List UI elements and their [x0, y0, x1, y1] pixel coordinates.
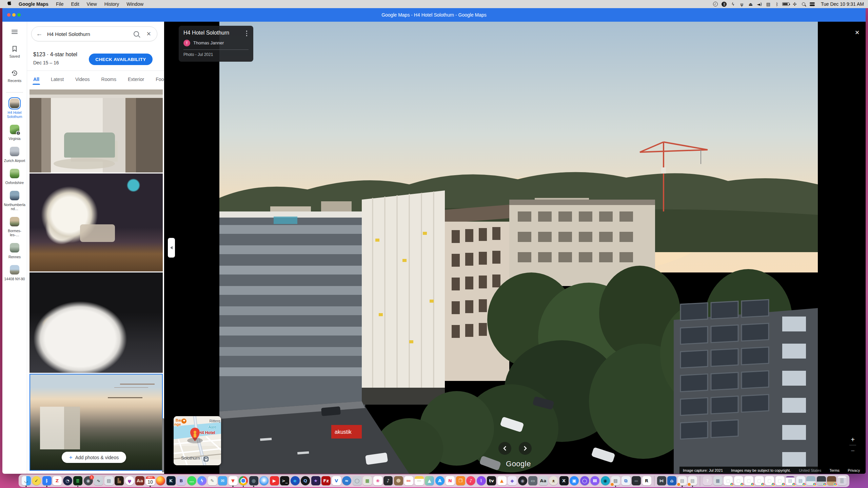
dock-icon-purple-doc-app[interactable]: ◆	[508, 476, 517, 486]
dock-icon-audio-waves-app[interactable]: Ⅲ	[590, 476, 600, 486]
dock-icon-printer-scan-app[interactable]: ▤	[611, 476, 620, 486]
dock-icon-chrome-document-6[interactable]: ▢	[775, 476, 785, 486]
dock-icon-minimized-window-2[interactable]	[816, 476, 826, 486]
dock-icon-edge-browser[interactable]: e	[290, 476, 300, 486]
collapse-panel-handle[interactable]	[168, 238, 175, 258]
dock-icon-messages-app[interactable]: …	[187, 476, 196, 486]
volume-icon[interactable]: ◄)	[755, 1, 764, 7]
dock-icon-bbedit-app[interactable]: B	[177, 476, 186, 486]
dock-icon-trash[interactable]: ▒	[837, 476, 847, 486]
dock-icon-mail-app[interactable]: ✉	[218, 476, 228, 486]
dock-icon-copier-app[interactable]: ⧉	[621, 476, 631, 486]
dock-icon-v-writer-app[interactable]: V	[332, 476, 341, 486]
dock-icon-printer-hp2-app[interactable]: ▤	[688, 476, 697, 486]
recent-place-h4-hotel-solothurn[interactable]: H4 Hotel Solothurn	[3, 99, 26, 119]
minimize-window-button[interactable]	[12, 13, 16, 17]
photo-author-row[interactable]: T Thomas Janner	[183, 40, 249, 46]
dock-icon-dictionary-app[interactable]: Aa	[135, 476, 145, 486]
back-arrow-icon[interactable]: ←	[32, 30, 47, 38]
dock-icon-star-app[interactable]: ★	[311, 476, 320, 486]
close-viewer-button[interactable]: ✕	[853, 28, 862, 37]
dock-icon-app-store[interactable]: A	[435, 476, 445, 486]
dock-icon-audio-eq-app[interactable]: ≣	[73, 476, 83, 486]
recent-place-14408-ny-90[interactable]: 14408 NY-90	[3, 265, 26, 281]
menu-history[interactable]: History	[101, 1, 123, 7]
tab-food[interactable]: Food	[156, 73, 164, 85]
close-window-button[interactable]	[7, 13, 11, 17]
dock-icon-video-frog-app[interactable]: ▦	[363, 476, 372, 486]
zoom-out-button[interactable]: −	[851, 447, 855, 454]
dock-icon-quicktime-app[interactable]: Q	[301, 476, 310, 486]
dock-icon-zinio-app[interactable]: Z	[53, 476, 62, 486]
dock-icon-antivirus-check-app[interactable]: ✓	[32, 476, 41, 486]
dock-icon-speedtest-gauge-app[interactable]: ◔	[63, 476, 72, 486]
dock-icon-x11-app[interactable]: X	[559, 476, 569, 486]
dock-icon-stethoscope-app[interactable]: ∿	[94, 476, 103, 486]
pegman-marker[interactable]	[190, 428, 200, 441]
sidebar-item-saved[interactable]: Saved	[9, 45, 20, 58]
more-options-icon[interactable]	[245, 30, 249, 37]
minimap[interactable]: Bar nge Ritterq Aare H4 Hotel Solothurn	[174, 416, 221, 465]
eject-icon[interactable]: ⏏	[746, 1, 755, 7]
photo-thumbnail-room[interactable]	[29, 89, 163, 172]
dock-icon-webcam-app[interactable]: ◉	[600, 476, 610, 486]
dock-icon-minimized-window-1[interactable]	[806, 476, 816, 486]
dock-icon-news-app[interactable]: N	[446, 476, 455, 486]
menu-edit[interactable]: Edit	[67, 1, 83, 7]
menu-file[interactable]: File	[52, 1, 67, 7]
dock-icon-chrome-document-2[interactable]: ▢	[734, 476, 743, 486]
tab-rooms[interactable]: Rooms	[101, 73, 116, 85]
dock-icon-vlc-app[interactable]: ▲	[497, 476, 507, 486]
date-range[interactable]: Dec 15 – 16	[33, 60, 77, 65]
dock-icon-dial-knob-app[interactable]: ◉1	[83, 476, 93, 486]
audio-levels-icon[interactable]: |||	[720, 1, 729, 7]
next-photo-button[interactable]	[519, 442, 532, 455]
dock-icon-missing-app[interactable]: ?	[703, 476, 712, 486]
dock-icon-keychain-app[interactable]: ⋈	[657, 476, 666, 486]
dock-icon-textedit-app[interactable]: ✎	[208, 476, 217, 486]
tab-exterior[interactable]: Exterior	[128, 73, 144, 85]
main-photo[interactable]: akustik	[219, 22, 818, 474]
battery-icon[interactable]	[782, 1, 790, 7]
dock-icon-preview-app[interactable]: ◎	[249, 476, 258, 486]
dock-icon-gray-window-app[interactable]: ▭	[528, 476, 538, 486]
search-input[interactable]: H4 Hotel Solothurn	[47, 31, 134, 37]
dock-icon-books-app[interactable]: ❐	[456, 476, 465, 486]
dock-icon-filezilla-app[interactable]: Fz	[321, 476, 331, 486]
menu-view[interactable]: View	[83, 1, 101, 7]
photo-thumbnail-food[interactable]	[29, 272, 163, 373]
recent-place-northumberland-[interactable]: Northumberland…	[3, 191, 26, 211]
train-station-icon[interactable]	[203, 456, 209, 462]
dock-icon-sheet-grid-document[interactable]: ▤	[796, 476, 805, 486]
dock-icon-gimp-app[interactable]: ᴥ	[549, 476, 558, 486]
dock-icon-minimized-window-3[interactable]	[827, 476, 836, 486]
circled-check-icon[interactable]: ✓	[711, 1, 720, 7]
dock-icon-notes-app[interactable]: —	[414, 476, 424, 486]
dock-icon-google-maps-app[interactable]: ▼	[228, 476, 238, 486]
dock-icon-piano-app[interactable]: ♪	[383, 476, 393, 486]
dock-icon-font-book-app[interactable]: Aa	[538, 476, 548, 486]
dock-icon-chrome-document-1[interactable]: ▢	[724, 476, 733, 486]
tab-videos[interactable]: Videos	[75, 73, 90, 85]
footer-link-terms[interactable]: Terms	[829, 468, 840, 472]
menu-bar-clock[interactable]: Tue Dec 10 9:31 AM	[818, 1, 864, 7]
sidebar-item-recents[interactable]: Recents	[8, 70, 21, 83]
dock-icon-finder[interactable]: ◡	[21, 476, 31, 486]
dock-icon-printer-hp1-app[interactable]: ▤	[677, 476, 687, 486]
zoom-window-button[interactable]	[17, 13, 21, 17]
dock-icon-vinyl-app[interactable]: ◉	[518, 476, 527, 486]
bar-poi-icon[interactable]	[181, 418, 187, 424]
dock-icon-apple-maps-app[interactable]: ▲	[425, 476, 434, 486]
dock-icon-safari[interactable]: ✦	[259, 476, 269, 486]
dock-icon-openoffice-app[interactable]: ≈	[342, 476, 352, 486]
recent-place-rennes[interactable]: Rennes	[3, 243, 26, 259]
fan-icon[interactable]: ✣	[790, 1, 799, 7]
dock-icon-zoom-app[interactable]: ▣	[570, 476, 579, 486]
dock-icon-usb-prober-app[interactable]: ψ	[125, 476, 134, 486]
dock-icon-podcasts-app[interactable]: ⌇	[476, 476, 486, 486]
usb-icon[interactable]: ψ	[737, 1, 746, 7]
keyboard-viewer-icon[interactable]: ▤	[764, 1, 773, 7]
author-name[interactable]: Thomas Janner	[193, 40, 224, 45]
dock-icon-reminders-app[interactable]: ≔	[404, 476, 414, 486]
photo-thumbnail-lobby[interactable]	[29, 174, 163, 271]
